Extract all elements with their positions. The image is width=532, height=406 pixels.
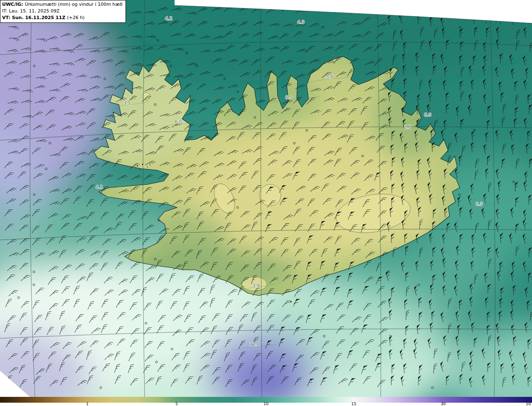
product-title: Úrkomumætti (mm) og vindur í 100m hæð — [25, 2, 123, 7]
valid-time-value: Sun. 16.11.2025 11Z — [12, 15, 65, 20]
contour-label: 6.3 — [475, 201, 483, 207]
valid-time-label: VT: — [2, 15, 10, 20]
contour-label: 4.2 — [165, 16, 172, 21]
colorbar: 1 5 10 15 30 50 — [0, 397, 532, 406]
contour-label: 4.1 — [96, 184, 103, 190]
title-line-3: VT:Sun. 16.11.2025 11Z(+26 h) — [2, 15, 123, 21]
title-line-1: UWC/IG:Úrkomumætti (mm) og vindur í 100m… — [2, 1, 123, 8]
title-box: UWC/IG:Úrkomumætti (mm) og vindur í 100m… — [0, 0, 126, 23]
colorbar-tick-label: 50 — [526, 402, 531, 406]
weather-map: 4.2 4.3 5.6 6.0 3.1 6.0 6.0 2.7 4.1 6.3 … — [0, 0, 532, 397]
init-time-label: IT: — [2, 8, 7, 14]
init-time-value: Lau. 15. 11. 2025 09Z — [9, 8, 59, 14]
colorbar-tick-label: 5 — [175, 402, 178, 406]
contour-label: 12.4 — [250, 342, 260, 347]
title-line-2: IT:Lau. 15. 11. 2025 09Z — [2, 8, 123, 15]
contour-label: 4.3 — [297, 20, 305, 25]
contour-label: 3.9 — [252, 283, 260, 289]
colorbar-tick-label: 10 — [264, 402, 268, 406]
contour-label: 6.0 — [175, 119, 182, 125]
valid-time-offset: (+26 h) — [67, 15, 84, 20]
contour-label: 6.0 — [285, 95, 293, 100]
colorbar-tick-label: 15 — [351, 402, 356, 406]
colorbar-labels: 1 5 10 15 30 50 — [0, 403, 532, 406]
contour-label: 2.7 — [404, 125, 411, 130]
product-code: UWC/IG: — [2, 2, 23, 7]
contour-label: 6.0 — [424, 112, 431, 117]
contour-label: 3.1 — [123, 100, 131, 105]
colorbar-tick-label: 1 — [86, 402, 89, 406]
colorbar-tick-label: 30 — [441, 402, 446, 406]
weather-map-viewport: 4.2 4.3 5.6 6.0 3.1 6.0 6.0 2.7 4.1 6.3 … — [0, 0, 532, 406]
contour-label: 5.6 — [326, 74, 334, 80]
